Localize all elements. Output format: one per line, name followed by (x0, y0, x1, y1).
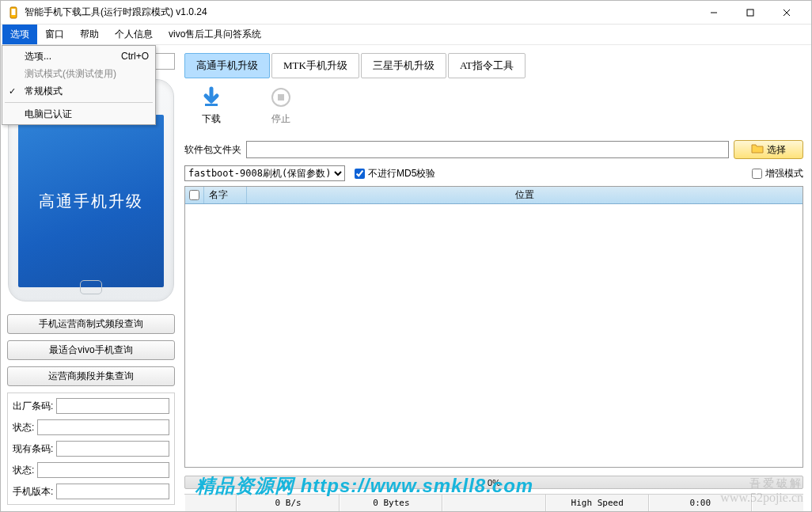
status-empty2 (442, 495, 545, 511)
current-barcode-label: 现有条码: (13, 442, 53, 456)
toolbar: 下载 停止 (184, 86, 803, 134)
dd-item-pc-certified[interactable]: 电脑已认证 (4, 105, 154, 123)
tab-qualcomm[interactable]: 高通手机升级 (184, 53, 270, 78)
menu-options[interactable]: 选项 (2, 25, 37, 44)
factory-barcode-input[interactable] (56, 398, 169, 414)
maximize-button[interactable] (732, 1, 768, 25)
phone-home-button-icon (80, 280, 102, 294)
status-mode: High Speed (546, 495, 649, 511)
col-checkbox[interactable] (185, 187, 204, 203)
phone-screen: 高通手机升级 (18, 115, 164, 287)
carrier-band-query-button[interactable]: 手机运营商制式频段查询 (7, 314, 175, 334)
options-dropdown: 选项... Ctrl+O 测试模式(供测试使用) ✓ 常规模式 电脑已认证 (2, 45, 156, 125)
titlebar: 智能手机下载工具(运行时跟踪模式) v1.0.24 (1, 1, 811, 25)
main-panel: 高通手机升级 MTK手机升级 三星手机升级 AT指令工具 下载 停止 软件包文件… (181, 45, 811, 511)
path-row: 软件包文件夹 选择 (184, 140, 803, 159)
status2-label: 状态: (13, 464, 34, 477)
enhance-checkbox[interactable]: 增强模式 (752, 167, 803, 180)
enhance-label: 增强模式 (765, 167, 803, 180)
svg-rect-5 (278, 94, 284, 101)
skip-md5-checkbox[interactable]: 不进行MD5校验 (355, 167, 435, 180)
enhance-input[interactable] (752, 169, 762, 179)
dd-label: 电脑已认证 (25, 108, 72, 121)
status-speed: 0 B/s (237, 495, 340, 511)
status-bytes: 0 Bytes (340, 495, 442, 511)
dd-item-test-mode: 测试模式(供测试使用) (4, 65, 154, 82)
factory-barcode-label: 出厂条码: (13, 400, 53, 413)
menu-help[interactable]: 帮助 (72, 25, 107, 44)
path-input[interactable] (246, 141, 729, 158)
browse-button[interactable]: 选择 (734, 140, 803, 159)
carrier-band-union-button[interactable]: 运营商频段并集查询 (7, 366, 175, 386)
table-header: 名字 位置 (185, 187, 803, 204)
window-title: 智能手机下载工具(运行时跟踪模式) v1.0.24 (25, 6, 696, 19)
stop-icon (270, 86, 292, 111)
minimize-button[interactable] (696, 1, 732, 25)
browse-label: 选择 (767, 143, 786, 157)
dd-shortcut: Ctrl+O (105, 51, 149, 62)
svg-rect-1 (12, 9, 16, 15)
phone-version-label: 手机版本: (13, 485, 53, 499)
dd-label: 测试模式(供测试使用) (25, 67, 116, 81)
folder-icon (751, 143, 764, 157)
skip-md5-label: 不进行MD5校验 (368, 167, 435, 180)
menubar: 选项 窗口 帮助 个人信息 vivo售后工具问答系统 (1, 25, 811, 45)
progress-text: 0% (488, 478, 500, 487)
menu-window[interactable]: 窗口 (37, 25, 72, 44)
options-row: fastboot-9008刷机(保留参数) 不进行MD5校验 增强模式 (184, 165, 803, 181)
stop-button[interactable]: 停止 (270, 86, 292, 126)
download-label: 下载 (202, 112, 221, 126)
status-empty1 (184, 495, 237, 511)
dd-item-normal-mode[interactable]: ✓ 常规模式 (4, 82, 154, 100)
close-button[interactable] (768, 1, 805, 25)
status-bar: 0 B/s 0 Bytes High Speed 0:00 (184, 494, 803, 511)
svg-rect-2 (747, 9, 753, 16)
tab-mtk[interactable]: MTK手机升级 (271, 53, 359, 78)
dd-separator (5, 102, 153, 103)
table-body (185, 204, 803, 467)
col-name[interactable]: 名字 (204, 187, 247, 203)
tab-at[interactable]: AT指令工具 (448, 53, 526, 78)
tab-samsung[interactable]: 三星手机升级 (361, 53, 446, 78)
download-icon (200, 86, 222, 111)
file-table: 名字 位置 (184, 186, 803, 468)
menu-profile[interactable]: 个人信息 (107, 25, 161, 44)
download-button[interactable]: 下载 (200, 86, 222, 126)
svg-rect-3 (205, 104, 218, 106)
progress-row: 0% (184, 468, 803, 494)
dd-item-options[interactable]: 选项... Ctrl+O (4, 47, 154, 65)
dd-label: 选项... (25, 50, 51, 63)
dd-label: 常规模式 (25, 85, 63, 98)
path-label: 软件包文件夹 (184, 143, 241, 157)
check-icon: ✓ (9, 86, 16, 97)
barcode-form: 出厂条码: 状态: 现有条码: 状态: 手机版本: (7, 393, 175, 505)
status2-input[interactable] (37, 462, 169, 478)
app-icon (7, 6, 20, 19)
best-vivo-query-button[interactable]: 最适合vivo手机查询 (7, 340, 175, 360)
status1-label: 状态: (13, 421, 34, 434)
mode-select[interactable]: fastboot-9008刷机(保留参数) (184, 165, 345, 181)
skip-md5-input[interactable] (355, 169, 365, 179)
menu-vivo-qa[interactable]: vivo售后工具问答系统 (161, 25, 269, 44)
phone-screen-text: 高通手机升级 (39, 191, 143, 212)
status-empty3 (752, 495, 803, 511)
progress-bar: 0% (184, 476, 803, 489)
col-location[interactable]: 位置 (247, 187, 803, 203)
stop-label: 停止 (271, 112, 290, 126)
current-barcode-input[interactable] (56, 441, 169, 457)
status1-input[interactable] (37, 419, 169, 435)
phone-version-input[interactable] (56, 484, 169, 499)
status-time: 0:00 (649, 495, 752, 511)
select-all-checkbox[interactable] (189, 190, 199, 200)
tabs: 高通手机升级 MTK手机升级 三星手机升级 AT指令工具 (184, 53, 803, 78)
